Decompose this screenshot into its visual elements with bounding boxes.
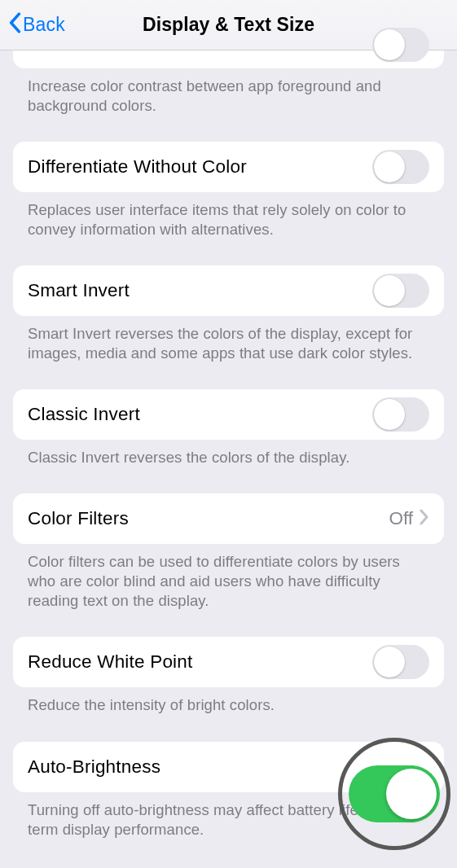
- classic-invert-footer: Classic Invert reverses the colors of th…: [13, 440, 444, 467]
- smart-invert-footer: Smart Invert reverses the colors of the …: [13, 316, 444, 363]
- chevron-left-icon: [8, 12, 23, 38]
- classic-invert-toggle[interactable]: [372, 397, 429, 432]
- chevron-right-icon: [420, 509, 429, 528]
- differentiate-row[interactable]: Differentiate Without Color: [13, 142, 444, 192]
- reduce-white-point-footer: Reduce the intensity of bright colors.: [13, 687, 444, 715]
- reduce-white-point-group: Reduce White Point Reduce the intensity …: [13, 637, 444, 715]
- reduce-white-point-label: Reduce White Point: [28, 651, 192, 673]
- back-button[interactable]: Back: [8, 0, 65, 50]
- color-filters-footer: Color filters can be used to differentia…: [13, 544, 444, 611]
- color-filters-row[interactable]: Color Filters Off: [13, 493, 444, 544]
- auto-brightness-row[interactable]: Auto-Brightness: [13, 742, 444, 792]
- differentiate-label: Differentiate Without Color: [28, 156, 247, 178]
- increase-contrast-row-partial[interactable]: [13, 50, 444, 68]
- smart-invert-toggle[interactable]: [372, 274, 429, 308]
- increase-contrast-group: Increase color contrast between app fore…: [13, 50, 444, 116]
- differentiate-footer: Replaces user interface items that rely …: [13, 192, 444, 239]
- classic-invert-group: Classic Invert Classic Invert reverses t…: [13, 389, 444, 467]
- smart-invert-label: Smart Invert: [28, 280, 130, 301]
- reduce-white-point-toggle[interactable]: [372, 645, 429, 679]
- color-filters-group: Color Filters Off Color filters can be u…: [13, 493, 444, 611]
- auto-brightness-footer: Turning off auto-brightness may affect b…: [13, 792, 444, 840]
- smart-invert-group: Smart Invert Smart Invert reverses the c…: [13, 265, 444, 363]
- differentiate-group: Differentiate Without Color Replaces use…: [13, 142, 444, 239]
- classic-invert-label: Classic Invert: [28, 404, 140, 425]
- color-filters-label: Color Filters: [28, 508, 129, 529]
- back-label: Back: [23, 14, 65, 36]
- increase-contrast-footer: Increase color contrast between app fore…: [13, 68, 444, 116]
- content: Increase color contrast between app fore…: [0, 50, 457, 840]
- auto-brightness-label: Auto-Brightness: [28, 756, 160, 778]
- reduce-white-point-row[interactable]: Reduce White Point: [13, 637, 444, 687]
- classic-invert-row[interactable]: Classic Invert: [13, 389, 444, 440]
- smart-invert-row[interactable]: Smart Invert: [13, 265, 444, 316]
- color-filters-value: Off: [389, 508, 413, 529]
- increase-contrast-toggle[interactable]: [372, 28, 429, 62]
- auto-brightness-group: Auto-Brightness Turning off auto-brightn…: [13, 742, 444, 840]
- differentiate-toggle[interactable]: [372, 150, 429, 184]
